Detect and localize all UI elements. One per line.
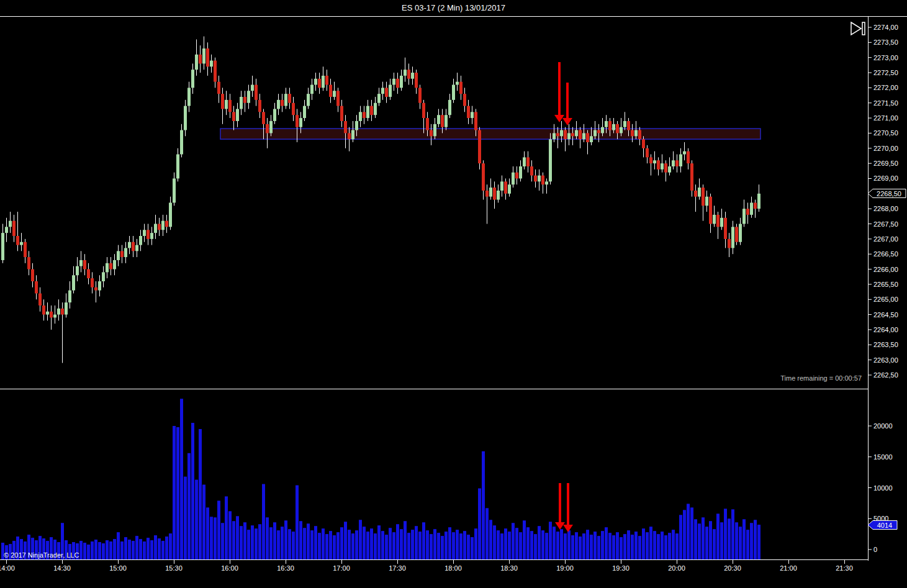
chart-title-bar: ES 03-17 (2 Min) 13/01/2017 xyxy=(0,0,907,17)
svg-text:2267,50: 2267,50 xyxy=(873,220,898,228)
go-to-last-bar-icon[interactable] xyxy=(849,20,867,38)
ninjatrader-chart-window: { "window": { "title": "ES 03-17 (2 Min)… xyxy=(0,0,907,588)
svg-text:2269,00: 2269,00 xyxy=(873,174,898,182)
last-price-value: 2268,50 xyxy=(877,190,901,197)
price-axis[interactable]: 2274,002273,502273,002272,502272,002271,… xyxy=(869,17,898,389)
down-arrows-price xyxy=(554,62,572,125)
svg-text:2265,50: 2265,50 xyxy=(873,281,898,288)
svg-text:2273,50: 2273,50 xyxy=(873,38,898,46)
volume-bars xyxy=(1,399,760,559)
svg-text:14:30: 14:30 xyxy=(53,564,71,572)
svg-text:20000: 20000 xyxy=(873,422,893,430)
candlesticks xyxy=(1,37,760,363)
last-volume-value: 4014 xyxy=(877,522,892,529)
time-axis[interactable]: 14:0014:3015:0015:3016:0016:3017:0017:30… xyxy=(0,560,868,572)
volume-chart-canvas[interactable]: 20000150001000050000 14:0014:3015:0015:3… xyxy=(0,389,907,588)
svg-text:2265,00: 2265,00 xyxy=(873,296,898,303)
svg-text:18:30: 18:30 xyxy=(500,564,518,572)
svg-text:2272,00: 2272,00 xyxy=(873,84,898,91)
svg-text:2267,00: 2267,00 xyxy=(873,235,898,243)
svg-text:16:00: 16:00 xyxy=(221,564,238,572)
svg-text:2271,00: 2271,00 xyxy=(873,114,898,122)
main-chart-canvas[interactable]: 2274,002273,502273,002272,502272,002271,… xyxy=(0,17,907,389)
svg-text:16:30: 16:30 xyxy=(277,564,294,572)
svg-text:2270,00: 2270,00 xyxy=(873,145,898,152)
svg-text:2268,00: 2268,00 xyxy=(873,205,898,212)
svg-text:17:00: 17:00 xyxy=(333,564,350,572)
svg-text:2266,50: 2266,50 xyxy=(873,250,898,258)
svg-text:2272,50: 2272,50 xyxy=(873,69,898,76)
svg-text:2264,00: 2264,00 xyxy=(873,326,898,333)
svg-text:10000: 10000 xyxy=(873,484,893,492)
svg-text:19:30: 19:30 xyxy=(612,564,629,572)
svg-text:2273,00: 2273,00 xyxy=(873,54,898,61)
svg-text:15000: 15000 xyxy=(873,453,893,461)
svg-text:2262,50: 2262,50 xyxy=(873,371,898,379)
svg-text:20:30: 20:30 xyxy=(724,564,741,572)
svg-text:0: 0 xyxy=(873,546,877,553)
svg-text:21:00: 21:00 xyxy=(780,564,797,572)
svg-text:18:00: 18:00 xyxy=(444,564,462,572)
svg-text:2263,50: 2263,50 xyxy=(873,341,898,348)
time-remaining-label: Time remaining = 00:00:57 xyxy=(683,374,862,382)
down-arrows-volume xyxy=(555,483,573,532)
svg-text:2271,50: 2271,50 xyxy=(873,99,898,107)
svg-text:2274,00: 2274,00 xyxy=(873,24,898,31)
svg-text:2266,00: 2266,00 xyxy=(873,266,898,273)
svg-text:21:30: 21:30 xyxy=(836,564,853,572)
svg-text:19:00: 19:00 xyxy=(556,564,574,572)
svg-text:2263,00: 2263,00 xyxy=(873,356,898,364)
svg-text:15:30: 15:30 xyxy=(165,564,183,572)
volume-axis[interactable]: 20000150001000050000 xyxy=(869,389,893,561)
svg-text:15:00: 15:00 xyxy=(109,564,127,572)
svg-text:2269,50: 2269,50 xyxy=(873,160,898,167)
svg-text:2264,50: 2264,50 xyxy=(873,311,898,319)
price-zone-rectangle xyxy=(220,129,760,139)
chart-title: ES 03-17 (2 Min) 13/01/2017 xyxy=(402,3,505,12)
svg-text:14:00: 14:00 xyxy=(0,564,15,572)
svg-text:17:30: 17:30 xyxy=(389,564,406,572)
copyright-label: © 2017 NinjaTrader, LLC xyxy=(4,551,79,559)
svg-text:2270,50: 2270,50 xyxy=(873,129,898,137)
svg-text:20:00: 20:00 xyxy=(668,564,685,572)
